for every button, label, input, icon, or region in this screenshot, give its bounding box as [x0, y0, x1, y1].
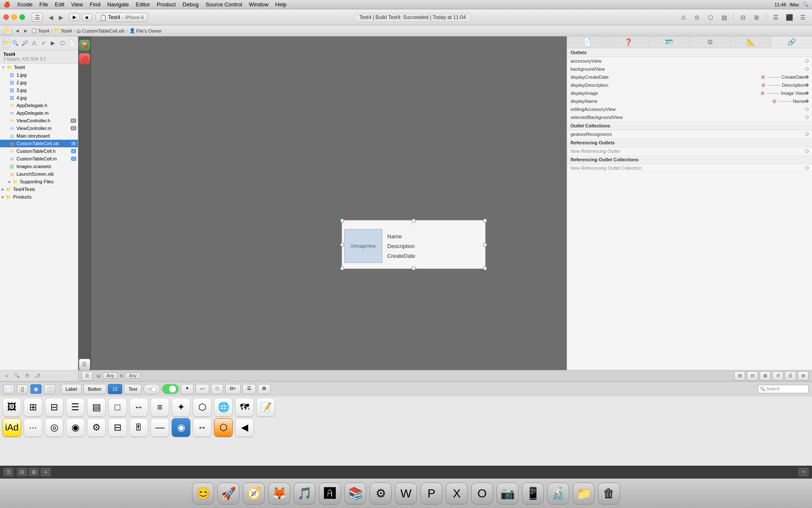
lib-icon-settings[interactable]: 🎚 — [129, 418, 148, 437]
add-file-button[interactable]: + — [3, 372, 11, 380]
storyboard-list-btn[interactable]: ☰ — [785, 371, 796, 381]
lib-icon-collection-view-cell[interactable]: ⊟ — [45, 398, 63, 417]
outlet-dot-editingaccessoryview[interactable] — [805, 108, 809, 111]
handle-tr[interactable] — [483, 219, 487, 222]
lib-icon-map-view[interactable]: 🗺 — [235, 398, 254, 417]
disclosure-tests[interactable]: ▶ — [2, 188, 4, 191]
lib-icon-container-view[interactable]: □ — [108, 398, 127, 417]
outlet-dot-gesturerecognizers[interactable] — [805, 133, 809, 136]
lib-icon-radio-btn[interactable]: ◉ — [66, 418, 85, 437]
menu-edit[interactable]: Edit — [55, 1, 64, 8]
find-navigator-btn[interactable]: 🔎 — [21, 38, 29, 48]
library-object-btn[interactable]: ◉ — [30, 384, 41, 394]
debug-navigator-btn[interactable]: ▶ — [49, 38, 57, 48]
breakpoints-navigator-btn[interactable]: ⬡ — [58, 38, 67, 48]
outlet-x-description[interactable]: ✕ — [761, 83, 766, 88]
breadcrumb-back[interactable]: ◀ — [14, 27, 21, 35]
outlet-x-name[interactable]: ✕ — [772, 99, 777, 104]
dock-itunes[interactable]: 🎵 — [294, 483, 315, 505]
breakpoints-button[interactable]: ⬡ — [705, 12, 716, 22]
run-button[interactable]: ▶ — [69, 13, 80, 21]
handle-bc[interactable] — [412, 267, 415, 270]
handle-mr[interactable] — [483, 243, 487, 246]
breadcrumb-root[interactable]: 📋 Test4 — [31, 28, 49, 33]
symbol-navigator-btn[interactable]: 🔍 — [11, 38, 19, 48]
rp-tab-file[interactable]: 📄 — [567, 36, 608, 48]
breadcrumb-file[interactable]: 🗂 CustomTableCell.xib — [77, 28, 124, 33]
menu-editor[interactable]: Editor — [136, 1, 150, 8]
dock-ophcrack[interactable]: O — [471, 483, 493, 505]
sidebar-item-supporting-files[interactable]: ▶ 📁 Supporting Files — [0, 178, 78, 185]
object-icon-2[interactable]: 🔴 — [79, 53, 90, 64]
storyboard-grid-btn[interactable]: ⊠ — [760, 371, 771, 381]
recent-files-button[interactable]: ⏱ — [23, 372, 31, 380]
sidebar-item-2jpg[interactable]: 🖼 2.jpg — [0, 79, 78, 86]
sidebar-item-1jpg[interactable]: 🖼 1.jpg — [0, 71, 78, 79]
debug-area-button[interactable]: ⬛ — [783, 12, 795, 22]
xib-cell[interactable]: · · · UIImageView Name Description — [342, 220, 486, 269]
dock-powerpoint[interactable]: P — [420, 483, 442, 505]
project-navigator-btn[interactable]: 📁 — [2, 38, 10, 48]
apple-menu[interactable]: 🍎 — [3, 1, 10, 8]
minimize-button[interactable] — [11, 14, 17, 20]
lib-icon-arrows[interactable]: ↔ — [193, 418, 211, 437]
dock-screencapture[interactable]: 📷 — [497, 483, 518, 505]
lib-icon-text-view[interactable]: 📝 — [256, 398, 275, 417]
counter-tab-btn[interactable]: 12 — [108, 384, 122, 394]
sidebar-toggle-button[interactable]: ☰ — [32, 13, 43, 22]
lib-icon-glkit-view[interactable]: ↔ — [129, 398, 148, 417]
outlet-dot-backgroundview[interactable] — [805, 67, 809, 71]
debug-button[interactable]: ▤ — [718, 12, 730, 22]
sidebar-item-test4-group[interactable]: ▼ 📁 Test4 — [0, 64, 78, 71]
breadcrumb-forward[interactable]: ▶ — [22, 27, 30, 35]
lib-icon-line[interactable]: — — [151, 418, 169, 437]
dock-finder[interactable]: 😊 — [192, 483, 214, 505]
text-tab-btn[interactable]: Text — [124, 384, 142, 394]
split-view-button[interactable]: ⊟ — [737, 12, 749, 22]
dock-excel[interactable]: X — [446, 483, 468, 505]
test-navigator-btn[interactable]: ✓ — [39, 38, 48, 48]
dock-appstore[interactable]: 🅰 — [319, 483, 341, 505]
xib-canvas[interactable]: · · · UIImageView Name Description — [91, 36, 567, 370]
label-tab-btn[interactable]: Label — [61, 384, 82, 394]
list-icon[interactable]: ☰ — [79, 359, 90, 370]
outlet-x-createdate[interactable]: ✕ — [760, 75, 765, 80]
rp-tab-help[interactable]: ❓ — [608, 36, 649, 48]
filter-button[interactable]: 🔍 — [13, 372, 21, 380]
lib-icon-image-view[interactable]: 🖼 — [3, 398, 21, 417]
disclosure-test4[interactable]: ▼ — [2, 66, 5, 69]
divider-tab[interactable]: — — [195, 384, 209, 394]
menu-navigate[interactable]: Navigate — [107, 1, 129, 8]
back-button[interactable]: ◀ — [46, 13, 55, 22]
storyboard-zoom-btn[interactable]: ⊞ — [734, 371, 745, 381]
xib-imageview[interactable]: UIImageView — [344, 229, 382, 263]
handle-tl[interactable] — [340, 219, 344, 222]
handle-bl[interactable] — [340, 267, 344, 270]
library-code-btn[interactable]: {} — [17, 384, 28, 394]
status-assistant-btn[interactable]: ⊞ — [29, 468, 39, 476]
lib-icon-visual-fx-blur[interactable]: ⬡ — [193, 398, 211, 417]
lib-icon-circle[interactable]: ◉ — [172, 418, 190, 437]
outlet-dot-new-referencing-oc[interactable] — [805, 166, 809, 170]
handle-br[interactable] — [483, 267, 487, 270]
disclosure-products[interactable]: ▶ — [2, 195, 4, 199]
object-icon-1[interactable]: 📦 — [79, 40, 90, 51]
status-version-btn[interactable]: ≡ — [41, 468, 51, 476]
menu-help[interactable]: Help — [275, 1, 287, 8]
brightness-tab[interactable]: ✦ — [181, 384, 194, 394]
disclosure-supporting[interactable]: ▶ — [8, 180, 11, 184]
sidebar-item-customtablecell-h[interactable]: H CustomTableCell.h A — [0, 147, 78, 155]
scm-changes-button[interactable]: ⎇ — [33, 372, 41, 380]
sidebar-item-main-storyboard[interactable]: ▤ Main.storyboard — [0, 132, 78, 140]
sidebar-item-test4tests[interactable]: ▶ 📁 Test4Tests — [0, 185, 78, 193]
menu-source-control[interactable]: Source Control — [206, 1, 242, 8]
dock-trash[interactable]: 🗑 — [598, 483, 620, 505]
library-file-btn[interactable]: 📄 — [3, 384, 14, 394]
stepper-tab[interactable]: ⊟+ — [225, 384, 241, 394]
storyboard-refresh-btn[interactable]: ↺ — [772, 371, 783, 381]
xib-name-label[interactable]: Name — [387, 233, 415, 240]
lib-icon-table-view-cell[interactable]: ▤ — [87, 398, 106, 417]
menu-file[interactable]: File — [39, 1, 48, 8]
sidebar-item-appdelegate-h[interactable]: H AppDelegate.h — [0, 102, 78, 109]
sidebar-item-viewcontroller-h[interactable]: H ViewController.h M — [0, 117, 78, 124]
